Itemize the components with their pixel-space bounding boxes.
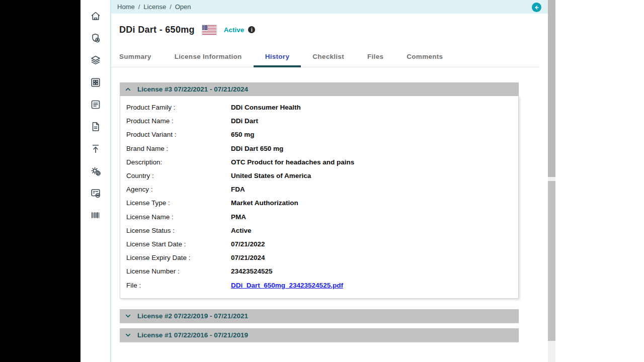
license-file-link[interactable]: DDi_Dart_650mg_23423524525.pdf [231,282,343,289]
field-value: 650 mg [231,131,255,138]
accordion-title: License #2 07/22/2019 - 07/21/2021 [137,312,248,320]
tab-summary[interactable]: Summary [119,53,163,67]
field-value: DDi Dart 650 mg [231,145,283,152]
field-row-license-start-date: License Start Date : 07/21/2022 [120,237,518,251]
barcode-icon[interactable] [90,209,102,221]
accordion-title: License #1 07/22/2016 - 07/21/2019 [137,331,248,339]
icon-sidebar [80,0,111,362]
field-label: Product Variant : [126,131,231,138]
license-3-details: Product Family : DDi Consumer Health Pro… [120,96,519,299]
field-value: 07/21/2024 [231,254,265,261]
scrollbar-track[interactable] [548,0,555,362]
field-label: License Name : [126,213,231,221]
field-row-license-name: License Name : PMA [120,210,518,224]
breadcrumb-license[interactable]: License [143,3,166,11]
field-row-description: Description: OTC Product for headaches a… [120,155,518,169]
status-badge: Active [224,26,245,34]
layers-icon[interactable] [90,54,102,66]
field-value: Active [231,227,252,234]
shield-user-icon[interactable] [90,32,102,44]
field-label: Product Family : [126,104,231,111]
field-row-license-number: License Number : 23423524525 [120,264,518,278]
field-value: 07/21/2022 [231,240,265,248]
grid-icon[interactable] [90,76,102,88]
field-value: OTC Product for headaches and pains [231,158,354,166]
field-row-product-variant: Product Variant : 650 mg [120,128,518,141]
card-link-icon[interactable] [90,187,102,199]
chevron-up-icon [124,86,132,93]
upload-icon[interactable] [90,143,102,155]
settings-sync-icon[interactable] [90,165,102,177]
tab-bar: Summary License Information History Chec… [111,50,540,67]
breadcrumb-home[interactable]: Home [117,3,135,11]
article-icon[interactable] [90,99,102,111]
field-value: PMA [231,213,246,221]
field-label: License Start Date : [126,240,231,248]
breadcrumb-separator: / [170,3,172,11]
field-row-file: File : DDi_Dart_650mg_23423524525.pdf [120,278,518,292]
chevron-down-icon [124,313,132,319]
field-label: File : [126,282,231,289]
chevron-down-icon [124,332,132,338]
field-label: License Type : [126,199,231,207]
tab-history[interactable]: History [254,53,301,67]
us-flag-icon [202,25,216,35]
field-label: Description: [126,158,231,166]
field-value: DDi Consumer Health [231,104,301,111]
field-value: 23423524525 [231,267,273,275]
tab-comments[interactable]: Comments [395,53,454,67]
license-history-panel: License #3 07/22/2021 - 07/21/2024 Produ… [120,82,519,342]
accordion-license-2[interactable]: License #2 07/22/2019 - 07/21/2021 [120,309,519,323]
field-row-license-expiry-date: License Expiry Date : 07/21/2024 [120,251,518,264]
tab-license-information[interactable]: License Information [163,53,254,67]
scrollbar-thumb[interactable] [548,0,555,177]
field-label: License Expiry Date : [126,254,231,261]
field-label: Agency : [126,186,231,193]
field-label: License Status : [126,227,231,234]
field-label: Product Name : [126,117,231,125]
breadcrumb-separator: / [138,3,140,11]
accordion-license-1[interactable]: License #1 07/22/2016 - 07/21/2019 [120,328,519,342]
title-row: DDi Dart - 650mg Active i [119,23,548,37]
field-row-country: Country : United States of America [120,169,518,183]
page-title: DDi Dart - 650mg [119,25,195,35]
main-content: Home / License / Open DDi Dart - 650mg A… [111,0,548,362]
field-row-license-status: License Status : Active [120,224,518,237]
field-row-agency: Agency : FDA [120,183,518,196]
field-row-brand-name: Brand Name : DDi Dart 650 mg [120,142,518,155]
field-value: United States of America [231,172,311,179]
info-icon[interactable]: i [248,26,255,33]
breadcrumb-open[interactable]: Open [175,3,191,11]
back-arrow-icon [534,5,540,11]
field-value: DDi Dart [231,117,258,125]
field-label: License Number : [126,267,231,275]
tab-files[interactable]: Files [356,53,395,67]
accordion-license-3[interactable]: License #3 07/22/2021 - 07/21/2024 [120,82,519,96]
left-letterbox [0,0,80,362]
field-row-product-name: Product Name : DDi Dart [120,114,518,128]
field-row-product-family: Product Family : DDi Consumer Health [120,101,518,114]
field-value: FDA [231,186,245,193]
accordion-title: License #3 07/22/2021 - 07/21/2024 [137,85,248,93]
field-label: Country : [126,172,231,179]
back-button[interactable] [532,3,541,12]
field-value: Market Authorization [231,199,298,207]
field-row-license-type: License Type : Market Authorization [120,196,518,210]
home-icon[interactable] [90,10,102,22]
field-label: Brand Name : [126,145,231,152]
scrollbar-thumb[interactable] [548,181,555,341]
breadcrumb: Home / License / Open [111,0,548,14]
document-icon[interactable] [90,121,102,133]
tab-checklist[interactable]: Checklist [301,53,356,67]
